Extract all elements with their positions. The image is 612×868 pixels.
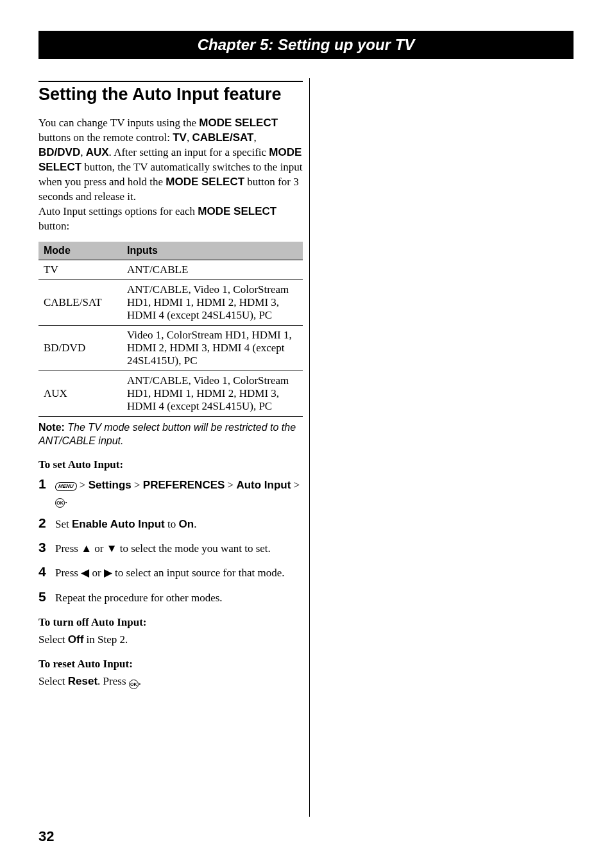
section-title: Setting the Auto Input feature bbox=[38, 85, 303, 104]
mode-cell: AUX bbox=[38, 371, 122, 416]
up-arrow-icon: ▲ bbox=[81, 542, 92, 555]
table-row: AUX ANT/CABLE, Video 1, ColorStream HD1,… bbox=[38, 371, 303, 416]
menu-icon: MENU bbox=[55, 482, 77, 491]
text: in Step 2. bbox=[83, 633, 128, 646]
text: , bbox=[80, 146, 86, 158]
note: Note: The TV mode select button will be … bbox=[38, 421, 303, 448]
note-text: The TV mode select button will be restri… bbox=[38, 422, 296, 447]
step-4: Press ◀ or ▶ to select an input source f… bbox=[38, 563, 303, 581]
text: Auto Input settings options for each bbox=[38, 205, 198, 217]
text: . After setting an input for a specific bbox=[109, 146, 269, 158]
bold: MODE SELECT bbox=[199, 117, 278, 129]
text: You can change TV inputs using the bbox=[38, 117, 199, 129]
text: or bbox=[89, 567, 104, 579]
bold: On bbox=[179, 518, 194, 530]
text: to select an input source for that mode. bbox=[112, 567, 285, 579]
mode-cell: BD/DVD bbox=[38, 325, 122, 371]
step-5: Repeat the procedure for other modes. bbox=[38, 588, 303, 606]
bold: CABLE/SAT bbox=[192, 131, 253, 144]
bold: AUX bbox=[86, 146, 109, 158]
text: Select bbox=[38, 675, 68, 687]
inputs-cell: ANT/CABLE bbox=[122, 260, 303, 280]
bold: Enable Auto Input bbox=[72, 518, 165, 530]
text: or bbox=[92, 542, 106, 555]
text: > bbox=[132, 479, 143, 491]
reset-heading: To reset Auto Input: bbox=[38, 658, 303, 671]
mode-cell: TV bbox=[38, 260, 122, 280]
bold: BD/DVD bbox=[38, 146, 80, 158]
mode-cell: CABLE/SAT bbox=[38, 280, 122, 325]
ok-icon: OK bbox=[129, 680, 139, 689]
ok-icon: OK bbox=[55, 498, 65, 508]
intro-paragraph: You can change TV inputs using the MODE … bbox=[38, 116, 303, 204]
bold: TV bbox=[173, 131, 187, 144]
text: > bbox=[225, 479, 236, 491]
text: > bbox=[291, 479, 300, 491]
table-header-mode: Mode bbox=[38, 242, 122, 260]
left-arrow-icon: ◀ bbox=[81, 567, 89, 579]
chapter-header: Chapter 5: Setting up your TV bbox=[38, 31, 574, 59]
down-arrow-icon: ▼ bbox=[106, 542, 117, 555]
page-number: 32 bbox=[38, 828, 54, 845]
text: . Press bbox=[98, 675, 129, 687]
text: . bbox=[194, 518, 196, 530]
step-3: Press ▲ or ▼ to select the mode you want… bbox=[38, 538, 303, 556]
text: Set bbox=[55, 518, 72, 530]
bold: MODE SELECT bbox=[166, 176, 244, 188]
text: Press bbox=[55, 542, 81, 555]
off-heading: To turn off Auto Input: bbox=[38, 616, 303, 629]
table-row: BD/DVD Video 1, ColorStream HD1, HDMI 1,… bbox=[38, 325, 303, 371]
inputs-table: Mode Inputs TV ANT/CABLE CABLE/SAT ANT/C… bbox=[38, 242, 303, 417]
text: Press bbox=[55, 567, 81, 579]
section-rule bbox=[38, 81, 303, 82]
text: > bbox=[77, 479, 89, 491]
inputs-cell: ANT/CABLE, Video 1, ColorStream HD1, HDM… bbox=[122, 371, 303, 416]
table-row: CABLE/SAT ANT/CABLE, Video 1, ColorStrea… bbox=[38, 280, 303, 325]
step-1: MENU > Settings > PREFERENCES > Auto Inp… bbox=[38, 475, 303, 508]
steps-list: MENU > Settings > PREFERENCES > Auto Inp… bbox=[38, 475, 303, 606]
bold: Off bbox=[68, 633, 84, 646]
inputs-cell: Video 1, ColorStream HD1, HDMI 1, HDMI 2… bbox=[122, 325, 303, 371]
bold: Reset bbox=[68, 675, 98, 687]
table-row: TV ANT/CABLE bbox=[38, 260, 303, 280]
text: . bbox=[139, 675, 141, 687]
left-column: Setting the Auto Input feature You can c… bbox=[38, 81, 303, 689]
column-divider bbox=[309, 78, 310, 817]
text: , bbox=[253, 131, 256, 144]
table-header-inputs: Inputs bbox=[122, 242, 303, 260]
text: to select the mode you want to set. bbox=[117, 542, 270, 555]
step-2: Set Enable Auto Input to On. bbox=[38, 514, 303, 532]
text: buttons on the remote control: bbox=[38, 131, 173, 144]
text: Select bbox=[38, 633, 68, 646]
intro-paragraph-2: Auto Input settings options for each MOD… bbox=[38, 204, 303, 234]
text: to bbox=[165, 518, 179, 530]
set-heading: To set Auto Input: bbox=[38, 458, 303, 471]
inputs-cell: ANT/CABLE, Video 1, ColorStream HD1, HDM… bbox=[122, 280, 303, 325]
bold: Settings bbox=[89, 479, 132, 491]
right-arrow-icon: ▶ bbox=[104, 567, 112, 579]
reset-text: Select Reset. Press OK. bbox=[38, 674, 303, 689]
note-label: Note: bbox=[38, 422, 65, 433]
off-text: Select Off in Step 2. bbox=[38, 633, 303, 647]
text: Repeat the procedure for other modes. bbox=[55, 591, 303, 606]
bold: MODE SELECT bbox=[198, 205, 276, 217]
bold: Auto Input bbox=[236, 479, 291, 491]
bold: PREFERENCES bbox=[143, 479, 225, 491]
text: . bbox=[65, 494, 67, 506]
text: button: bbox=[38, 220, 69, 232]
